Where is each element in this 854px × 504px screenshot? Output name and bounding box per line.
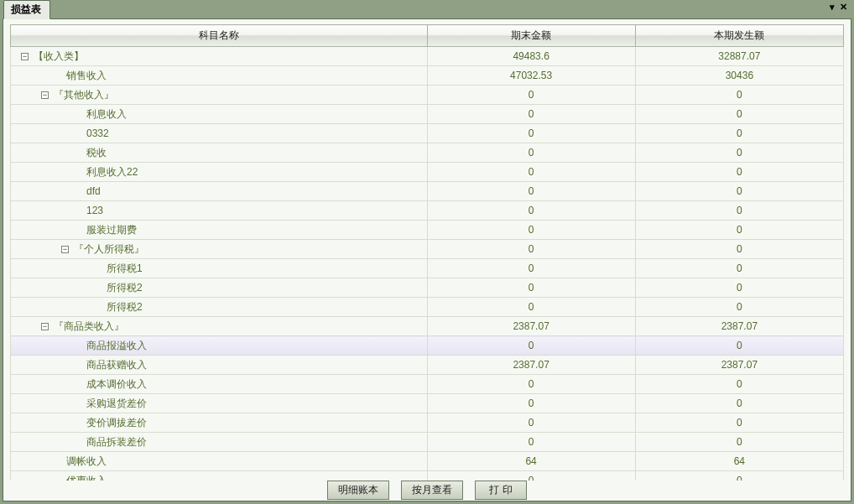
end-amount: 0 <box>427 201 635 221</box>
cur-amount: 0 <box>635 433 843 452</box>
cur-amount: 30436 <box>635 66 843 86</box>
cur-amount: 0 <box>635 105 843 124</box>
row-name: 利息收入22 <box>86 165 138 179</box>
end-amount: 0 <box>427 298 635 317</box>
table-row[interactable]: −【收入类】49483.632887.07 <box>11 47 844 66</box>
close-icon[interactable]: ✕ <box>838 2 849 13</box>
table-row[interactable]: 商品报溢收入00 <box>11 336 844 356</box>
row-name: 商品拆装差价 <box>86 435 147 449</box>
table-row[interactable]: 所得税100 <box>11 259 844 278</box>
table-row[interactable]: 商品拆装差价00 <box>11 433 844 452</box>
table-row[interactable]: dfd00 <box>11 182 844 201</box>
cur-amount: 0 <box>635 375 843 394</box>
row-name: 销售收入 <box>66 69 107 83</box>
row-name: 『商品类收入』 <box>54 320 124 334</box>
cur-amount: 0 <box>635 336 843 356</box>
table-row[interactable]: 12300 <box>11 201 844 221</box>
row-name: 优惠收入 <box>66 474 107 481</box>
end-amount: 0 <box>427 221 635 240</box>
end-amount: 0 <box>427 433 635 452</box>
end-amount: 64 <box>427 452 635 471</box>
scroll-area[interactable]: 科目名称 期末金额 本期发生额 −【收入类】49483.632887.07销售收… <box>10 24 844 481</box>
cur-amount: 32887.07 <box>635 47 843 66</box>
cur-amount: 0 <box>635 182 843 201</box>
table-row[interactable]: 所得税200 <box>11 298 844 317</box>
end-amount: 0 <box>427 259 635 278</box>
footer: 明细账本 按月查看 打 印 <box>3 481 851 501</box>
cur-amount: 2387.07 <box>635 356 843 375</box>
row-name: 税收 <box>86 146 107 160</box>
end-amount: 47032.53 <box>427 66 635 86</box>
print-button[interactable]: 打 印 <box>475 481 527 500</box>
tab-active[interactable]: 损益表 <box>3 0 50 19</box>
cur-amount: 64 <box>635 452 843 471</box>
table-row[interactable]: 033200 <box>11 124 844 143</box>
table-row[interactable]: 调帐收入6464 <box>11 452 844 471</box>
end-amount: 0 <box>427 471 635 481</box>
table-row[interactable]: −『其他收入』00 <box>11 86 844 105</box>
cur-amount: 0 <box>635 221 843 240</box>
end-amount: 0 <box>427 105 635 124</box>
cur-amount: 0 <box>635 86 843 105</box>
end-amount: 0 <box>427 240 635 259</box>
end-amount: 0 <box>427 182 635 201</box>
cur-amount: 0 <box>635 413 843 433</box>
table-row[interactable]: 变价调拔差价00 <box>11 413 844 433</box>
cur-amount: 0 <box>635 259 843 278</box>
col-cur[interactable]: 本期发生额 <box>635 25 843 47</box>
end-amount: 0 <box>427 336 635 356</box>
table-row[interactable]: −『商品类收入』2387.072387.07 <box>11 317 844 336</box>
row-name: 【收入类】 <box>34 49 84 64</box>
table-row[interactable]: −『个人所得税』00 <box>11 240 844 259</box>
col-name[interactable]: 科目名称 <box>11 25 428 47</box>
row-name: 服装过期费 <box>86 223 137 237</box>
table-row[interactable]: 税收00 <box>11 143 844 163</box>
cur-amount: 0 <box>635 278 843 298</box>
collapse-icon[interactable]: − <box>41 91 49 99</box>
pl-table: 科目名称 期末金额 本期发生额 −【收入类】49483.632887.07销售收… <box>10 24 844 481</box>
table-row[interactable]: 服装过期费00 <box>11 221 844 240</box>
table-row[interactable]: 利息收入2200 <box>11 163 844 182</box>
end-amount: 0 <box>427 375 635 394</box>
table-row[interactable]: 成本调价收入00 <box>11 375 844 394</box>
cur-amount: 0 <box>635 394 843 413</box>
table-row[interactable]: 采购退货差价00 <box>11 394 844 413</box>
cur-amount: 0 <box>635 471 843 481</box>
table-wrap: 科目名称 期末金额 本期发生额 −【收入类】49483.632887.07销售收… <box>3 19 851 481</box>
month-button[interactable]: 按月查看 <box>401 481 463 500</box>
collapse-icon[interactable]: − <box>21 53 29 60</box>
table-row[interactable]: 所得税200 <box>11 278 844 298</box>
table-row[interactable]: 商品获赠收入2387.072387.07 <box>11 356 844 375</box>
tab-strip: 损益表 ▾ ✕ <box>0 0 854 18</box>
panel: 科目名称 期末金额 本期发生额 −【收入类】49483.632887.07销售收… <box>3 18 851 501</box>
row-name: 成本调价收入 <box>86 377 147 392</box>
row-name: 调帐收入 <box>66 455 107 469</box>
col-end[interactable]: 期末金额 <box>427 25 635 47</box>
end-amount: 0 <box>427 143 635 163</box>
row-name: 所得税2 <box>107 300 143 314</box>
minimize-icon[interactable]: ▾ <box>828 2 836 13</box>
detail-button[interactable]: 明细账本 <box>327 481 389 500</box>
cur-amount: 0 <box>635 143 843 163</box>
collapse-icon[interactable]: − <box>41 323 49 330</box>
row-name: 所得税1 <box>107 262 143 276</box>
row-name: 商品报溢收入 <box>86 339 147 353</box>
cur-amount: 0 <box>635 201 843 221</box>
table-row[interactable]: 利息收入00 <box>11 105 844 124</box>
row-name: 123 <box>86 205 103 216</box>
end-amount: 2387.07 <box>427 356 635 375</box>
table-row[interactable]: 优惠收入00 <box>11 471 844 481</box>
end-amount: 0 <box>427 163 635 182</box>
end-amount: 0 <box>427 124 635 143</box>
collapse-icon[interactable]: − <box>61 246 69 253</box>
cur-amount: 2387.07 <box>635 317 843 336</box>
window-controls: ▾ ✕ <box>828 2 849 13</box>
table-row[interactable]: 销售收入47032.5330436 <box>11 66 844 86</box>
row-name: 『个人所得税』 <box>74 242 144 257</box>
end-amount: 0 <box>427 413 635 433</box>
end-amount: 2387.07 <box>427 317 635 336</box>
row-name: 变价调拔差价 <box>86 416 147 430</box>
row-name: 0332 <box>86 127 109 139</box>
window: 损益表 ▾ ✕ 科目名称 期末金额 本期发生额 <box>0 0 854 504</box>
row-name: 利息收入 <box>86 107 127 122</box>
